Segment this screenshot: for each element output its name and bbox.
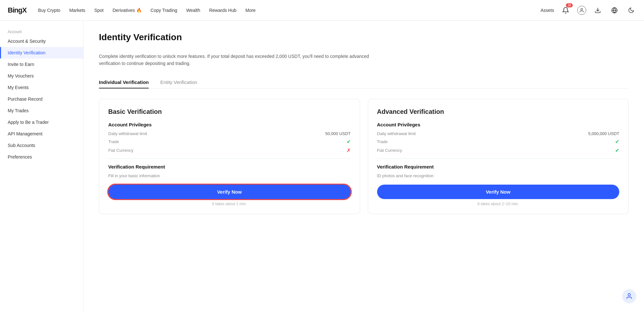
advanced-time-note: It takes about 2~10 min. <box>377 202 620 206</box>
sidebar-label-identity-verification: Identity Verification <box>8 50 46 55</box>
basic-divider <box>108 159 351 159</box>
basic-fiat-cross-icon: ✗ <box>347 147 351 153</box>
nav-spot[interactable]: Spot <box>94 8 104 13</box>
support-icon <box>626 293 633 300</box>
download-icon <box>595 7 601 14</box>
sidebar: Account Account & Security Identity Veri… <box>0 21 84 311</box>
advanced-fiat-check-icon: ✔︎ <box>615 147 619 153</box>
sidebar-label-my-events: My Events <box>8 85 29 90</box>
nav-copy-trading[interactable]: Copy Trading <box>151 8 177 13</box>
header-right: Assets 38 <box>541 5 636 15</box>
moon-icon <box>628 7 634 14</box>
assets-link[interactable]: Assets <box>541 8 554 13</box>
language-button[interactable] <box>609 5 620 15</box>
advanced-verification-card: Advanced Verification Account Privileges… <box>368 99 629 214</box>
advanced-req-text: ID photos and face recognition <box>377 173 620 178</box>
sidebar-item-preferences[interactable]: Preferences <box>0 151 83 163</box>
basic-verify-btn-wrapper: Verify Now <box>108 185 351 199</box>
nav-more[interactable]: More <box>245 8 256 13</box>
advanced-privileges-title: Account Privileges <box>377 122 620 127</box>
notification-badge: 38 <box>566 3 573 7</box>
nav-markets[interactable]: Markets <box>69 8 85 13</box>
nav-derivatives[interactable]: Derivatives 🔥 <box>112 8 141 13</box>
basic-verification-card: Basic Verification Account Privileges Da… <box>99 99 360 214</box>
globe-icon <box>611 7 618 14</box>
basic-time-note: It takes about 1 min. <box>108 202 351 206</box>
basic-req-text: Fill in your basic information <box>108 173 351 178</box>
theme-toggle-button[interactable] <box>626 5 636 15</box>
sidebar-section-account: Account <box>0 27 83 35</box>
sidebar-label-account-security: Account & Security <box>8 39 46 44</box>
sidebar-label-my-vouchers: My Vouchers <box>8 73 34 78</box>
basic-trade-row: Trade ✔︎ <box>108 139 351 145</box>
sidebar-label-api-management: API Management <box>8 131 42 136</box>
sidebar-label-purchase-record: Purchase Record <box>8 96 42 102</box>
advanced-card-title: Advanced Verification <box>377 108 620 115</box>
support-chat-button[interactable] <box>622 289 636 303</box>
sidebar-item-my-trades[interactable]: My Trades <box>0 105 83 116</box>
basic-verify-now-button[interactable]: Verify Now <box>108 185 351 199</box>
sidebar-item-account-security[interactable]: Account & Security <box>0 35 83 47</box>
basic-fiat-row: Fiat Currency ✗ <box>108 147 351 153</box>
sidebar-item-api-management[interactable]: API Management <box>0 128 83 140</box>
header: BingX Buy Crypto Markets Spot Derivative… <box>0 0 644 21</box>
verification-tabs: Individual Verification Entity Verificat… <box>99 76 629 88</box>
basic-req-title: Verification Requirement <box>108 164 351 169</box>
basic-card-title: Basic Verification <box>108 108 351 115</box>
sidebar-label-apply-trader: Apply to Be a Trader <box>8 120 49 125</box>
sidebar-item-invite-to-earn[interactable]: Invite to Earn <box>0 59 83 70</box>
nav-wealth[interactable]: Wealth <box>186 8 200 13</box>
sidebar-item-purchase-record[interactable]: Purchase Record <box>0 93 83 105</box>
page-title: Identity Verification <box>99 32 629 42</box>
nav-buy-crypto[interactable]: Buy Crypto <box>38 8 60 13</box>
sidebar-label-preferences: Preferences <box>8 154 32 160</box>
advanced-req-title: Verification Requirement <box>377 164 620 169</box>
download-button[interactable] <box>593 5 603 15</box>
layout: Account Account & Security Identity Veri… <box>0 21 644 311</box>
verification-cards: Basic Verification Account Privileges Da… <box>99 99 629 214</box>
basic-privileges-title: Account Privileges <box>108 122 351 127</box>
advanced-fiat-row: Fiat Currency ✔︎ <box>377 147 620 153</box>
tab-individual-verification[interactable]: Individual Verification <box>99 76 149 88</box>
profile-button[interactable] <box>577 6 586 15</box>
advanced-trade-check-icon: ✔︎ <box>615 139 619 145</box>
svg-point-0 <box>581 8 582 10</box>
advanced-trade-row: Trade ✔︎ <box>377 139 620 145</box>
sidebar-label-invite-to-earn: Invite to Earn <box>8 62 34 67</box>
advanced-trade-label: Trade <box>377 139 388 144</box>
basic-fiat-label: Fiat Currency <box>108 148 133 153</box>
advanced-divider <box>377 159 620 159</box>
info-text: Complete identity verification to unlock… <box>99 53 388 67</box>
basic-withdrawal-limit-row: Daily withdrawal limit 50,000 USDT <box>108 131 351 136</box>
advanced-withdrawal-label: Daily withdrawal limit <box>377 131 416 136</box>
sidebar-item-identity-verification[interactable]: Identity Verification <box>0 47 83 59</box>
notification-bell-button[interactable]: 38 <box>560 5 571 15</box>
sidebar-label-sub-accounts: Sub Accounts <box>8 143 35 148</box>
sidebar-item-sub-accounts[interactable]: Sub Accounts <box>0 140 83 151</box>
basic-trade-check-icon: ✔︎ <box>347 139 351 145</box>
advanced-fiat-label: Fiat Currency <box>377 148 402 153</box>
profile-icon <box>579 8 584 13</box>
advanced-withdrawal-value: 5,000,000 USDT <box>588 131 619 136</box>
logo[interactable]: BingX <box>8 6 27 14</box>
main-content: Identity Verification Complete identity … <box>84 21 644 311</box>
nav-rewards-hub[interactable]: Rewards Hub <box>209 8 236 13</box>
basic-withdrawal-label: Daily withdrawal limit <box>108 131 147 136</box>
sidebar-label-my-trades: My Trades <box>8 108 29 113</box>
main-nav: Buy Crypto Markets Spot Derivatives 🔥 Co… <box>38 8 541 13</box>
tab-entity-verification[interactable]: Entity Verification <box>160 76 197 88</box>
sidebar-item-my-vouchers[interactable]: My Vouchers <box>0 70 83 82</box>
bell-icon <box>562 7 569 14</box>
advanced-withdrawal-limit-row: Daily withdrawal limit 5,000,000 USDT <box>377 131 620 136</box>
svg-point-4 <box>628 294 630 296</box>
sidebar-item-apply-trader[interactable]: Apply to Be a Trader <box>0 116 83 128</box>
basic-withdrawal-value: 50,000 USDT <box>325 131 351 136</box>
advanced-verify-now-button[interactable]: Verify Now <box>377 185 620 199</box>
basic-trade-label: Trade <box>108 139 119 144</box>
sidebar-item-my-events[interactable]: My Events <box>0 82 83 93</box>
